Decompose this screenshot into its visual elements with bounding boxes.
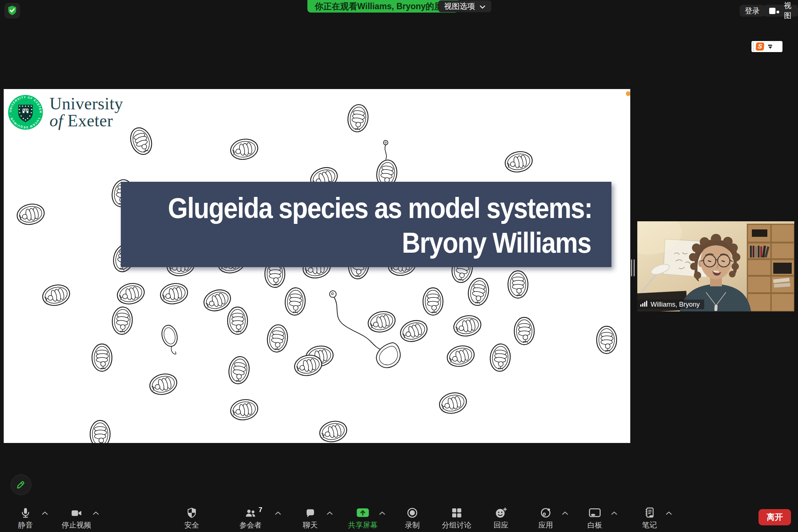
- watching-screen-banner-text: 你正在观看Williams, Bryony的屏幕: [315, 1, 451, 12]
- ime-toolbar[interactable]: S: [751, 41, 782, 52]
- spore-drawing: [40, 282, 72, 308]
- spore-drawing: [452, 313, 483, 338]
- spore-drawing: [423, 288, 443, 315]
- meeting-security-shield-button[interactable]: [4, 3, 20, 18]
- toolbar-label-chat: 聊天: [283, 520, 338, 530]
- audio-level-bars-icon: [640, 300, 648, 308]
- security-shield-icon: [164, 505, 219, 519]
- chevron-up-icon[interactable]: [610, 508, 619, 518]
- webcam-video-feed: [637, 221, 794, 311]
- spore-drawing: [15, 202, 46, 227]
- green-shield-check-icon: [7, 5, 18, 17]
- spore-drawing: [111, 306, 133, 335]
- spore-drawing: [375, 140, 399, 188]
- spore-drawing: [160, 324, 182, 357]
- toolbar-label-security: 安全: [164, 520, 219, 530]
- watching-screen-banner: 你正在观看Williams, Bryony的屏幕: [307, 0, 458, 13]
- university-of-exeter-logo: UNIVERSITY OF EXETER · LUCEM SEQUIMUR ·: [7, 94, 123, 130]
- ime-dropdown-icon[interactable]: [768, 47, 772, 49]
- toolbar-button-whiteboard[interactable]: 白板: [567, 505, 623, 530]
- exeter-wordmark-line1: University: [50, 95, 123, 112]
- top-bar: 你正在观看Williams, Bryony的屏幕 视图选项 登录 视图: [0, 0, 798, 21]
- exeter-wordmark-line2: of Exeter: [50, 112, 123, 129]
- shared-screen-slide: UNIVERSITY OF EXETER · LUCEM SEQUIMUR ·: [4, 89, 630, 443]
- exeter-crest-icon: UNIVERSITY OF EXETER · LUCEM SEQUIMUR ·: [7, 94, 44, 130]
- slide-title-line2: Bryony Williams: [402, 225, 591, 260]
- view-label: 视图: [782, 1, 793, 21]
- spore-drawing: [466, 277, 491, 307]
- toolbar-button-participants[interactable]: 参会者7: [223, 505, 278, 530]
- toolbar-label-participants: 参会者: [223, 520, 278, 530]
- ime-controls[interactable]: [768, 45, 772, 49]
- spore-drawing: [227, 355, 251, 385]
- spore-drawing: [330, 291, 405, 372]
- view-options-button[interactable]: 视图选项: [438, 0, 491, 12]
- spore-drawing: [127, 125, 155, 157]
- toolbar-label-mute: 静音: [0, 520, 53, 530]
- spore-drawing: [346, 103, 370, 133]
- slide-title-block: Glugeida species as model systems: Bryon…: [121, 182, 611, 267]
- ime-minimize-icon[interactable]: [768, 45, 772, 46]
- spore-drawing: [229, 137, 259, 161]
- participant-name-tag: Williams, Bryony: [637, 300, 704, 309]
- exeter-wordmark: University of Exeter: [50, 95, 123, 129]
- spore-drawing: [147, 371, 179, 397]
- annotate-button[interactable]: [11, 474, 31, 495]
- spore-drawing: [437, 390, 468, 416]
- chevron-up-icon[interactable]: [40, 508, 50, 518]
- spore-drawing: [284, 287, 306, 316]
- zoom-meeting-window: 你正在观看Williams, Bryony的屏幕 视图选项 登录 视图 S: [0, 0, 798, 532]
- ime-drag-handle[interactable]: [753, 42, 754, 51]
- spore-drawing: [229, 398, 259, 422]
- toolbar-button-video[interactable]: 停止视频: [49, 505, 104, 530]
- spore-drawing: [228, 307, 248, 334]
- toolbar-button-apps[interactable]: 应用: [518, 505, 573, 530]
- spore-drawing: [90, 420, 110, 443]
- toolbar-button-notes[interactable]: 笔记: [622, 505, 677, 530]
- toolbar-button-chat[interactable]: 聊天: [283, 505, 338, 530]
- slide-corner-dot: [626, 91, 630, 96]
- spore-drawing: [317, 418, 349, 443]
- participant-video-thumbnail[interactable]: Williams, Bryony: [637, 221, 794, 311]
- toolbar-button-mute[interactable]: 静音: [0, 505, 53, 530]
- sogou-ime-icon[interactable]: S: [756, 42, 764, 51]
- spore-drawing: [503, 149, 534, 174]
- spore-drawing: [445, 343, 476, 369]
- toolbar-label-apps: 应用: [518, 520, 573, 530]
- spore-drawing: [266, 324, 289, 354]
- toolbar-label-whiteboard: 白板: [567, 520, 623, 530]
- participants-icon: [223, 505, 278, 519]
- view-layout-icon: [769, 8, 779, 14]
- view-layout-button[interactable]: 视图: [764, 5, 798, 17]
- spore-drawing: [508, 271, 528, 298]
- spore-drawing: [398, 317, 430, 345]
- leave-meeting-button[interactable]: 离开: [758, 509, 791, 525]
- meeting-toolbar: 静音停止视频安全参会者7聊天共享屏幕录制分组讨论回应应用白板笔记: [0, 504, 798, 532]
- spore-drawing: [201, 286, 233, 314]
- chevron-up-icon[interactable]: [664, 508, 673, 518]
- toolbar-label-video: 停止视频: [49, 520, 104, 530]
- spore-drawing: [115, 280, 146, 307]
- sign-in-button[interactable]: 登录: [740, 5, 765, 17]
- chevron-down-icon: [480, 2, 485, 11]
- pencil-icon: [16, 479, 27, 491]
- spore-drawing: [597, 326, 617, 354]
- toolbar-label-notes: 笔记: [622, 520, 677, 530]
- chevron-up-icon[interactable]: [273, 508, 283, 518]
- panel-resize-handle[interactable]: [631, 259, 635, 276]
- participants-count-badge: 7: [259, 506, 262, 514]
- participant-name: Williams, Bryony: [651, 301, 700, 308]
- sign-in-label: 登录: [745, 6, 760, 16]
- spore-drawing: [158, 281, 190, 306]
- spore-drawing: [366, 308, 397, 335]
- toolbar-label-share: 共享屏幕: [335, 520, 391, 530]
- view-options-label: 视图选项: [444, 1, 475, 11]
- slide-title-line1: Glugeida species as model systems:: [168, 191, 592, 225]
- toolbar-button-security[interactable]: 安全: [164, 505, 219, 530]
- spore-drawing: [489, 343, 511, 372]
- spore-drawing: [92, 344, 112, 371]
- chevron-up-icon[interactable]: [325, 508, 334, 518]
- chevron-up-icon[interactable]: [91, 508, 100, 518]
- toolbar-button-share[interactable]: 共享屏幕: [335, 505, 391, 530]
- spore-drawing: [514, 317, 534, 345]
